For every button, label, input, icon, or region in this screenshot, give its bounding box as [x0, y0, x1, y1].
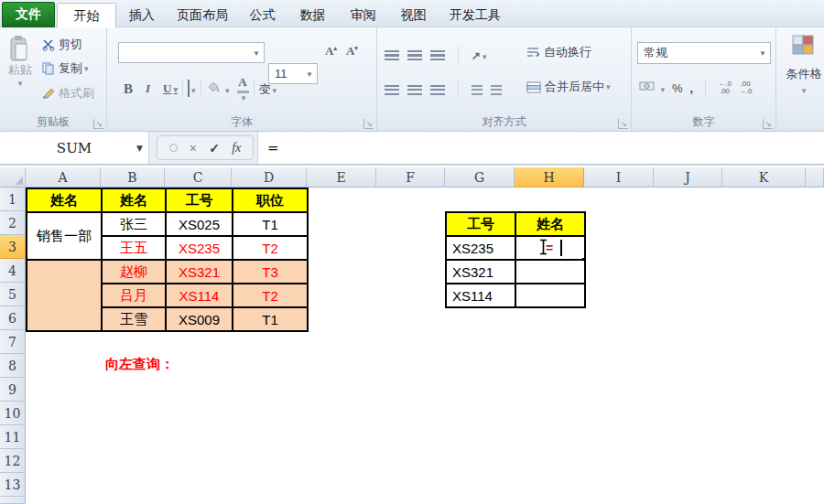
- column-header-d[interactable]: D: [232, 167, 307, 188]
- column-header-partial[interactable]: [806, 167, 824, 188]
- number-format-combo[interactable]: 常规 ▼: [637, 42, 771, 64]
- font-dialog-launcher[interactable]: [363, 119, 374, 129]
- borders-button[interactable]: [188, 80, 196, 97]
- cell-b1[interactable]: 姓名: [103, 189, 167, 213]
- name-box-dropdown-arrow-icon[interactable]: ▼: [136, 144, 143, 153]
- column-header-f[interactable]: F: [376, 167, 445, 188]
- fill-handle[interactable]: [581, 257, 586, 261]
- format-painter-button[interactable]: 格式刷: [42, 85, 94, 102]
- cell-g2[interactable]: 工号: [447, 213, 516, 237]
- merge-center-button[interactable]: 合并后居中: [526, 79, 611, 95]
- cell-c5[interactable]: XS114: [167, 284, 233, 308]
- row-header-5[interactable]: 5: [0, 283, 26, 306]
- cell-d1[interactable]: 职位: [233, 189, 309, 213]
- align-center-icon[interactable]: [407, 85, 422, 95]
- column-header-b[interactable]: B: [101, 167, 165, 188]
- row-header-8[interactable]: 8: [0, 354, 26, 378]
- font-name-combo[interactable]: ▼: [118, 42, 265, 63]
- cell-c4[interactable]: XS321: [167, 261, 233, 284]
- cell-c1[interactable]: 工号: [167, 189, 233, 213]
- row-header-6[interactable]: 6: [0, 306, 26, 330]
- row-header-4[interactable]: 4: [0, 259, 26, 283]
- cell-g3[interactable]: XS235: [447, 237, 516, 261]
- underline-button[interactable]: U: [163, 81, 178, 96]
- decrease-indent-icon[interactable]: [472, 85, 482, 95]
- tab-data[interactable]: 数据: [287, 3, 338, 27]
- wrap-text-button[interactable]: 自动换行: [526, 44, 591, 60]
- tab-file[interactable]: 文件: [2, 2, 55, 27]
- cell-c6[interactable]: XS009: [167, 308, 233, 332]
- cell-a2-merged[interactable]: 销售一部: [27, 213, 103, 261]
- tab-formulas[interactable]: 公式: [237, 3, 287, 27]
- cell-d3[interactable]: T2: [233, 237, 309, 261]
- column-header-k[interactable]: K: [722, 167, 806, 188]
- cell-b3[interactable]: 王五: [103, 237, 167, 261]
- percent-style-button[interactable]: %: [672, 81, 683, 95]
- font-name-dropdown-arrow-icon[interactable]: ▼: [253, 48, 260, 57]
- note-cell-b8[interactable]: 向左查询：: [105, 356, 174, 373]
- align-left-icon[interactable]: [385, 85, 399, 95]
- shrink-font-button[interactable]: A▾: [346, 44, 358, 59]
- increase-indent-icon[interactable]: [491, 85, 502, 95]
- cell-h4[interactable]: [516, 261, 586, 284]
- cut-button[interactable]: 剪切: [42, 37, 82, 53]
- column-header-e[interactable]: E: [307, 167, 376, 188]
- tab-home[interactable]: 开始: [57, 3, 116, 27]
- column-header-c[interactable]: C: [165, 167, 232, 188]
- conditional-formatting-button[interactable]: 条件格 ▾: [786, 35, 822, 95]
- cell-d5[interactable]: T2: [233, 284, 309, 308]
- row-header-7[interactable]: 7: [0, 330, 26, 354]
- tab-review[interactable]: 审阅: [338, 3, 388, 27]
- phonetic-guide-button[interactable]: 变: [259, 80, 277, 98]
- cell-c3[interactable]: XS235: [167, 237, 233, 261]
- italic-button[interactable]: I: [146, 81, 150, 96]
- number-format-dropdown-arrow-icon[interactable]: ▼: [759, 49, 766, 58]
- font-size-dropdown-arrow-icon[interactable]: ▼: [306, 70, 313, 78]
- alignment-dialog-launcher[interactable]: [618, 119, 628, 129]
- cell-g4[interactable]: XS321: [447, 261, 516, 284]
- column-header-g[interactable]: G: [445, 167, 515, 188]
- number-dialog-launcher[interactable]: [763, 119, 773, 129]
- column-header-h-selected[interactable]: H: [515, 167, 584, 188]
- enter-button[interactable]: ✓: [209, 141, 220, 155]
- row-header-10[interactable]: 10: [0, 402, 26, 425]
- cell-b5[interactable]: 吕月: [103, 284, 167, 308]
- row-header-3-selected[interactable]: 3: [0, 235, 26, 259]
- clipboard-dialog-launcher[interactable]: [93, 119, 103, 129]
- increase-decimal-button[interactable]: ←.0 .00: [718, 80, 732, 95]
- cell-b4[interactable]: 赵柳: [103, 261, 167, 284]
- cell-a4-merged[interactable]: [27, 261, 103, 332]
- fill-color-button[interactable]: [206, 80, 230, 97]
- row-header-2[interactable]: 2: [0, 211, 26, 235]
- tab-insert[interactable]: 插入: [116, 3, 168, 27]
- font-color-button[interactable]: A: [237, 75, 249, 102]
- orientation-button[interactable]: ↗: [472, 47, 487, 63]
- tab-view[interactable]: 视图: [388, 3, 439, 27]
- row-header-11[interactable]: 11: [0, 425, 26, 449]
- cell-h2[interactable]: 姓名: [516, 213, 586, 237]
- select-all-corner[interactable]: [0, 167, 26, 188]
- align-bottom-icon[interactable]: [430, 50, 445, 60]
- accounting-format-button[interactable]: [639, 80, 665, 96]
- tab-developer[interactable]: 开发工具: [439, 3, 512, 27]
- row-header-13[interactable]: 13: [0, 473, 26, 497]
- column-header-i[interactable]: I: [584, 167, 654, 188]
- row-header-9[interactable]: 9: [0, 378, 26, 402]
- row-header-1[interactable]: 1: [0, 188, 26, 211]
- cell-h3-editing[interactable]: =: [516, 237, 586, 261]
- bold-button[interactable]: B: [124, 81, 133, 97]
- formula-input[interactable]: =: [258, 132, 824, 164]
- column-header-a[interactable]: A: [26, 167, 101, 188]
- align-right-icon[interactable]: [430, 85, 445, 95]
- cell-d4[interactable]: T3: [233, 261, 309, 284]
- cell-c2[interactable]: XS025: [167, 213, 233, 237]
- copy-button[interactable]: 复制: [42, 60, 89, 77]
- insert-function-button[interactable]: fx: [232, 141, 241, 155]
- align-middle-icon[interactable]: [407, 50, 422, 60]
- name-box[interactable]: SUM ▼: [0, 132, 149, 164]
- align-top-icon[interactable]: [385, 50, 399, 60]
- grow-font-button[interactable]: A▴: [325, 44, 337, 59]
- cell-d6[interactable]: T1: [233, 308, 309, 332]
- cell-g5[interactable]: XS114: [447, 284, 516, 308]
- cell-b6[interactable]: 王雪: [103, 308, 167, 332]
